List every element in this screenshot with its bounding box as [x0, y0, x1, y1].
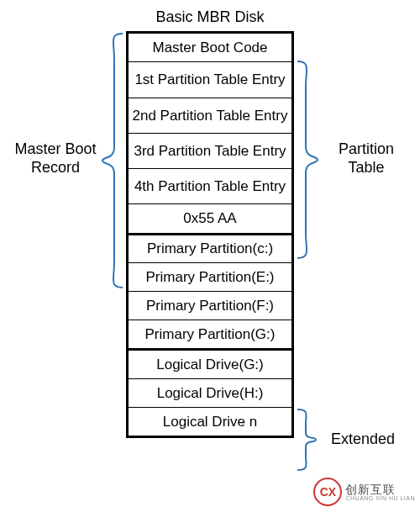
partition-entry-2: 2nd Partition Table Entry	[129, 98, 291, 134]
watermark-text: 创新互联 CHUANG XIN HU LIAN	[345, 483, 415, 501]
primary-partition-e: Primary Partition(E:)	[129, 263, 291, 292]
disk-column: Master Boot Code 1st Partition Table Ent…	[126, 31, 294, 438]
mbr-section: Master Boot Code 1st Partition Table Ent…	[126, 31, 294, 235]
partition-table-brace	[296, 61, 321, 258]
primary-partition-f: Primary Partition(F:)	[129, 292, 291, 320]
watermark-en: CHUANG XIN HU LIAN	[345, 495, 415, 501]
logical-drive-g: Logical Drive(G:)	[129, 351, 291, 379]
primary-partition-c: Primary Partition(c:)	[129, 235, 291, 263]
partition-table-label: Partition Table	[324, 140, 408, 177]
partition-entry-4: 4th Partition Table Entry	[129, 169, 291, 204]
primary-partitions-section: Primary Partition(c:) Primary Partition(…	[126, 233, 294, 351]
diagram-title: Basic MBR Disk	[126, 8, 294, 26]
logical-drive-n: Logical Drive n	[129, 408, 291, 436]
partition-entry-1: 1st Partition Table Entry	[129, 62, 291, 98]
watermark: CX 创新互联 CHUANG XIN HU LIAN	[313, 478, 415, 506]
mbr-signature-cell: 0x55 AA	[129, 204, 291, 232]
mbr-brace	[99, 34, 124, 288]
extended-label: Extended	[321, 430, 405, 449]
partition-entry-3: 3rd Partition Table Entry	[129, 134, 291, 169]
extended-partition-section: Logical Drive(G:) Logical Drive(H:) Logi…	[126, 348, 294, 439]
master-boot-code-cell: Master Boot Code	[129, 34, 291, 62]
logical-drive-h: Logical Drive(H:)	[129, 379, 291, 408]
diagram-container: Master Boot Code 1st Partition Table Ent…	[8, 31, 412, 506]
primary-partition-g: Primary Partition(G:)	[129, 320, 291, 348]
watermark-cn: 创新互联	[345, 483, 415, 495]
mbr-label: Master Boot Record	[13, 140, 97, 177]
extended-brace	[296, 409, 321, 470]
watermark-logo: CX	[313, 478, 342, 506]
